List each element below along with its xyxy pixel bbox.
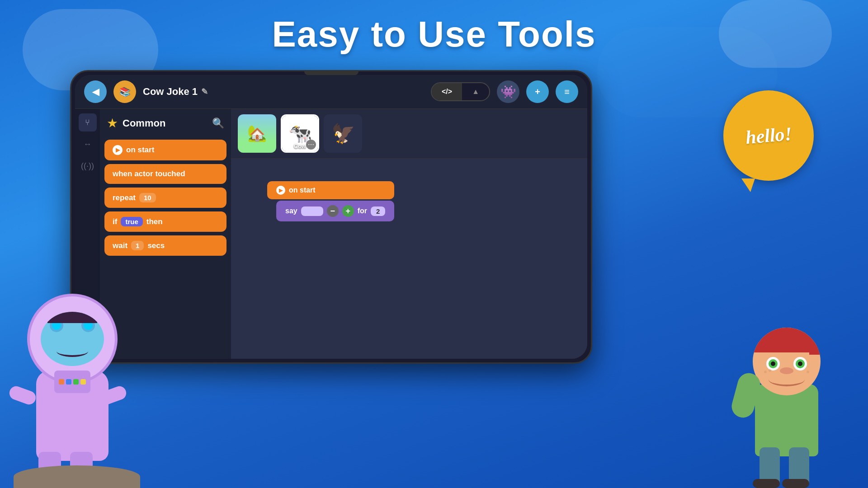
- sidebar-header: ★ Common 🔍: [100, 109, 231, 135]
- nav-item-radio[interactable]: ((·)): [79, 157, 97, 175]
- stage-area: 🏡 🐄 Cow ⋯: [231, 109, 587, 359]
- device-frame: ◀ 📚 Cow Joke 1 ✎ </> ▲: [70, 70, 592, 364]
- nav-item-move[interactable]: ↔: [79, 135, 97, 153]
- book-button[interactable]: 📚: [113, 80, 136, 103]
- back-icon: ◀: [92, 86, 99, 97]
- canvas-plus-button[interactable]: +: [342, 205, 354, 217]
- block-actor-touched[interactable]: when actor touched: [104, 164, 226, 184]
- category-label: Common: [123, 117, 208, 129]
- block-repeat-value: 10: [139, 193, 156, 202]
- left-nav: ⑂ ↔ ((·)): [75, 109, 100, 359]
- menu-button[interactable]: ≡: [556, 80, 578, 103]
- project-title-text: Cow Joke 1: [143, 86, 198, 98]
- background-sprite-icon: 🏡: [247, 124, 267, 143]
- canvas-play-icon: ▶: [276, 186, 285, 195]
- canvas-on-start-label: on start: [289, 186, 316, 194]
- block-label: when actor touched: [113, 169, 185, 178]
- block-on-start[interactable]: ▶ on start: [104, 140, 226, 160]
- stage-btn-label: ▲: [472, 88, 479, 95]
- block-label: on start: [126, 145, 154, 155]
- sprite-bar: 🏡 🐄 Cow ⋯: [231, 109, 587, 159]
- block-if-label: if: [113, 217, 117, 226]
- canvas-say-input[interactable]: [301, 206, 323, 216]
- block-label: repeat: [113, 193, 136, 202]
- search-icon[interactable]: 🔍: [212, 117, 224, 129]
- sprite-background[interactable]: 🏡: [238, 114, 276, 153]
- hello-bubble: hello!: [723, 90, 814, 181]
- block-true-value: true: [121, 217, 142, 226]
- play-icon: ▶: [113, 145, 123, 155]
- sprite-cow[interactable]: 🐄 Cow ⋯: [281, 114, 319, 153]
- owl-sprite-icon: 🦅: [331, 122, 355, 145]
- code-toggle: </> ▲: [431, 82, 490, 101]
- device-notch: [304, 71, 359, 75]
- book-icon: 📚: [119, 86, 131, 97]
- star-icon: ★: [107, 116, 118, 131]
- sprite-more-button[interactable]: ⋯: [306, 140, 316, 150]
- block-wait[interactable]: wait 1 secs: [104, 235, 226, 256]
- move-icon: ↔: [84, 140, 92, 149]
- canvas-block-say[interactable]: say − + for 2: [276, 201, 394, 221]
- canvas-for-label: for: [358, 207, 367, 215]
- blocks-area: ▶ on start when actor touched repeat 10: [100, 135, 231, 359]
- hello-text: hello!: [745, 123, 793, 149]
- canvas-area: ▶ on start say − + for 2: [231, 159, 587, 359]
- add-icon: +: [535, 87, 540, 97]
- block-wait-label: wait: [113, 241, 127, 250]
- back-button[interactable]: ◀: [84, 80, 107, 103]
- code-view-button[interactable]: </>: [432, 83, 462, 100]
- add-button[interactable]: +: [526, 80, 549, 103]
- code-block-group: ▶ on start say − + for 2: [267, 181, 394, 223]
- block-wait-value: 1: [131, 241, 144, 250]
- monster-avatar: 👾: [497, 80, 519, 103]
- menu-icon: ≡: [564, 87, 570, 97]
- monster-icon: 👾: [500, 84, 516, 99]
- edit-icon[interactable]: ✎: [201, 87, 208, 97]
- nav-item-blocks[interactable]: ⑂: [79, 113, 97, 131]
- main-content: ⑂ ↔ ((·)) ★ Common 🔍: [75, 109, 587, 359]
- block-if[interactable]: if true then: [104, 211, 226, 232]
- canvas-block-on-start[interactable]: ▶ on start: [267, 181, 394, 199]
- boy-character: [728, 294, 854, 488]
- top-bar: ◀ 📚 Cow Joke 1 ✎ </> ▲: [75, 75, 587, 109]
- project-title: Cow Joke 1 ✎: [143, 86, 208, 98]
- block-then-label: then: [146, 217, 163, 226]
- canvas-minus-button[interactable]: −: [327, 205, 339, 217]
- canvas-say-label: say: [285, 207, 297, 215]
- block-repeat[interactable]: repeat 10: [104, 188, 226, 208]
- app-ui: ◀ 📚 Cow Joke 1 ✎ </> ▲: [75, 75, 587, 359]
- code-btn-label: </>: [442, 88, 452, 95]
- device-inner: ◀ 📚 Cow Joke 1 ✎ </> ▲: [75, 75, 587, 359]
- blocks-sidebar: ★ Common 🔍 ▶ on start when actor touched: [100, 109, 231, 359]
- block-secs-label: secs: [147, 241, 165, 250]
- sprite-owl[interactable]: 🦅: [324, 114, 362, 153]
- stage-view-button[interactable]: ▲: [462, 83, 489, 100]
- canvas-for-value: 2: [371, 206, 385, 216]
- radio-icon: ((·)): [81, 161, 94, 171]
- blocks-icon: ⑂: [85, 118, 90, 127]
